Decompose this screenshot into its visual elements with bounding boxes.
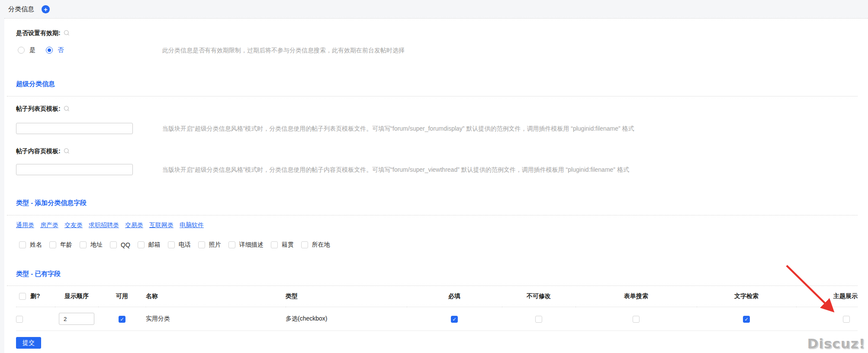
column-header-name: 名称 (146, 286, 286, 307)
column-header-form-search: 表单搜索 (575, 286, 697, 307)
section-title-add-fields: 类型 - 添加分类信息字段 (16, 199, 858, 207)
category-links-row: 通用类 房产类 交友类 求职招聘类 交易类 互联网类 电脑软件 (16, 221, 858, 229)
list-template-help-text: 当版块开启“超级分类信息风格”模式时，分类信息使用的帖子列表页模板文件。可填写“… (162, 124, 634, 133)
category-link-general[interactable]: 通用类 (16, 221, 34, 229)
radio-yes-icon[interactable] (18, 47, 25, 54)
column-header-display-order: 显示顺序 (55, 286, 98, 307)
list-template-row: 当版块开启“超级分类信息风格”模式时，分类信息使用的帖子列表页模板文件。可填写“… (16, 123, 858, 134)
table-header-row: 删? 显示顺序 可用 名称 类型 必填 不可修改 表单搜索 文字检索 主题展示 (16, 286, 858, 307)
column-header-thread-display: 主题展示 (796, 286, 858, 307)
field-checkbox-label: 详细描述 (239, 241, 264, 249)
field-checkbox-hometown[interactable]: 籍贯 (271, 241, 294, 249)
field-checkbox-label: 籍贯 (282, 241, 294, 249)
validity-radio-group: 是 否 (18, 46, 64, 54)
category-link-trade[interactable]: 交易类 (125, 221, 143, 229)
checkbox-icon[interactable] (110, 241, 117, 248)
available-checkbox[interactable] (119, 316, 125, 323)
column-header-available: 可用 (98, 286, 146, 307)
checkbox-icon[interactable] (301, 241, 308, 248)
radio-option-yes[interactable]: 是 (18, 46, 35, 54)
content-template-help-text: 当版块开启“超级分类信息风格”模式时，分类信息使用的帖子内容页模板文件。可填写“… (162, 165, 629, 174)
validity-row: 是 否 此分类信息是否有有效期限制，过期后将不参与分类信息搜索，此有效期在前台发… (16, 46, 858, 55)
radio-yes-label: 是 (29, 46, 35, 54)
thread-display-checkbox[interactable] (843, 316, 850, 323)
field-checkbox-label: 照片 (209, 241, 221, 249)
field-checkbox-label: 电话 (179, 241, 191, 249)
section-title-super: 超级分类信息 (16, 80, 858, 88)
checkbox-icon[interactable] (138, 241, 145, 248)
magnifier-icon[interactable] (64, 148, 70, 154)
delete-checkbox[interactable] (16, 316, 23, 323)
column-header-text-search: 文字检索 (697, 286, 796, 307)
field-checkbox-location[interactable]: 所在地 (301, 241, 330, 249)
category-link-realestate[interactable]: 房产类 (40, 221, 58, 229)
settings-panel: 是否设置有效期: 是 否 此分类信息是否有有效期限制，过期后将不参与分类信息搜索… (4, 18, 868, 353)
section-title-existing-fields: 类型 - 已有字段 (16, 270, 858, 278)
content-template-input[interactable] (16, 164, 133, 175)
checkbox-icon[interactable] (228, 241, 235, 248)
column-header-delete: 删? (30, 292, 40, 300)
add-category-button[interactable]: + (42, 5, 50, 13)
column-header-type: 类型 (286, 286, 407, 307)
magnifier-icon[interactable] (64, 106, 70, 112)
plus-icon: + (44, 6, 48, 13)
content-template-label-row: 帖子内容页模板: (16, 147, 858, 155)
field-name-cell: 实用分类 (146, 307, 286, 331)
section-divider (7, 96, 858, 96)
required-checkbox[interactable] (451, 316, 458, 323)
category-link-internet[interactable]: 互联网类 (149, 221, 174, 229)
radio-no-icon[interactable] (46, 47, 53, 54)
category-link-friends[interactable]: 交友类 (64, 221, 83, 229)
table-row: 实用分类 多选(checkbox) (16, 307, 858, 331)
validity-label-row: 是否设置有效期: (16, 29, 858, 37)
validity-label: 是否设置有效期: (16, 29, 61, 37)
field-checkbox-label: 姓名 (30, 241, 42, 249)
field-checkbox-label: 年龄 (60, 241, 72, 249)
list-template-label-row: 帖子列表页模板: (16, 104, 858, 113)
top-bar: 分类信息 + (0, 0, 868, 18)
field-checkbox-address[interactable]: 地址 (80, 241, 103, 249)
field-checkbox-label: 地址 (90, 241, 103, 249)
field-checkbox-phone[interactable]: 电话 (168, 241, 191, 249)
checkbox-icon[interactable] (198, 241, 205, 248)
display-order-input[interactable] (59, 313, 94, 325)
checkbox-icon[interactable] (19, 241, 26, 248)
category-link-jobs[interactable]: 求职招聘类 (89, 221, 119, 229)
magnifier-icon[interactable] (64, 30, 70, 36)
existing-fields-table: 删? 显示顺序 可用 名称 类型 必填 不可修改 表单搜索 文字检索 主题展示 (16, 286, 858, 331)
field-checkbox-name[interactable]: 姓名 (19, 241, 42, 249)
field-checkbox-label: 所在地 (312, 241, 330, 249)
content-template-row: 当版块开启“超级分类信息风格”模式时，分类信息使用的帖子内容页模板文件。可填写“… (16, 164, 858, 175)
field-checkbox-description[interactable]: 详细描述 (228, 241, 264, 249)
checkbox-icon[interactable] (271, 241, 278, 248)
text-search-checkbox[interactable] (743, 316, 750, 323)
list-template-label: 帖子列表页模板: (16, 104, 61, 113)
field-checkbox-label: QQ (121, 241, 130, 248)
field-checkbox-photo[interactable]: 照片 (198, 241, 221, 249)
checkbox-icon[interactable] (168, 241, 175, 248)
content-template-label: 帖子内容页模板: (16, 147, 61, 155)
checkbox-icon[interactable] (49, 241, 56, 248)
list-template-input[interactable] (16, 123, 133, 134)
field-checkbox-email[interactable]: 邮箱 (138, 241, 161, 249)
field-checkboxes-row: 姓名 年龄 地址 QQ 邮箱 电话 照片 详细描述 (19, 241, 858, 249)
submit-button[interactable]: 提交 (16, 337, 41, 349)
category-link-software[interactable]: 电脑软件 (180, 221, 204, 229)
checkbox-icon[interactable] (80, 241, 87, 248)
field-checkbox-label: 邮箱 (148, 241, 161, 249)
page-title: 分类信息 (8, 5, 34, 13)
field-checkbox-age[interactable]: 年龄 (49, 241, 72, 249)
radio-option-no[interactable]: 否 (46, 46, 64, 54)
discuz-watermark: Discuz! (807, 336, 865, 351)
form-search-checkbox[interactable] (633, 316, 640, 323)
field-type-cell: 多选(checkbox) (286, 307, 407, 331)
radio-no-label: 否 (58, 46, 64, 54)
column-header-required: 必填 (407, 286, 502, 307)
select-all-checkbox[interactable] (19, 293, 26, 300)
validity-help-text: 此分类信息是否有有效期限制，过期后将不参与分类信息搜索，此有效期在前台发帖时选择 (162, 46, 405, 55)
section-divider (7, 215, 858, 215)
unmodifiable-checkbox[interactable] (535, 316, 542, 323)
field-checkbox-qq[interactable]: QQ (110, 241, 130, 248)
column-header-unmodifiable: 不可修改 (502, 286, 575, 307)
